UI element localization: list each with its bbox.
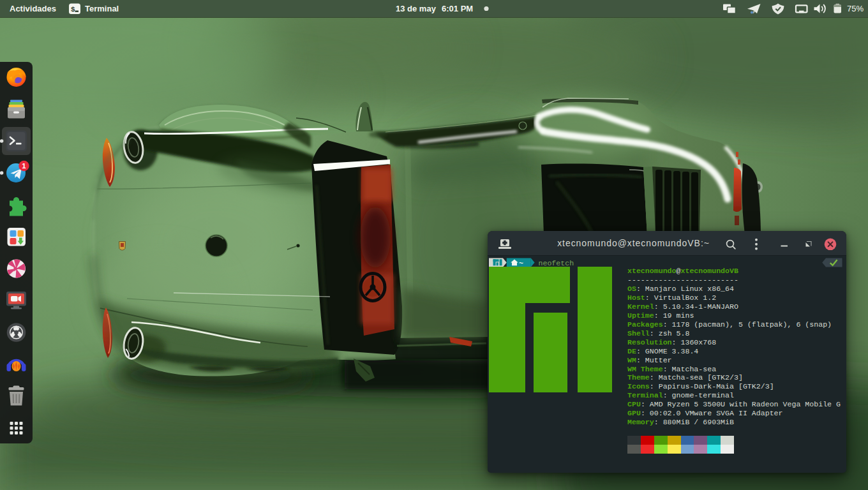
svg-text:neofetch: neofetch bbox=[539, 259, 574, 267]
svg-text:$: $ bbox=[71, 6, 75, 13]
svg-text:~: ~ bbox=[519, 259, 523, 267]
svg-text:1: 1 bbox=[22, 162, 26, 170]
